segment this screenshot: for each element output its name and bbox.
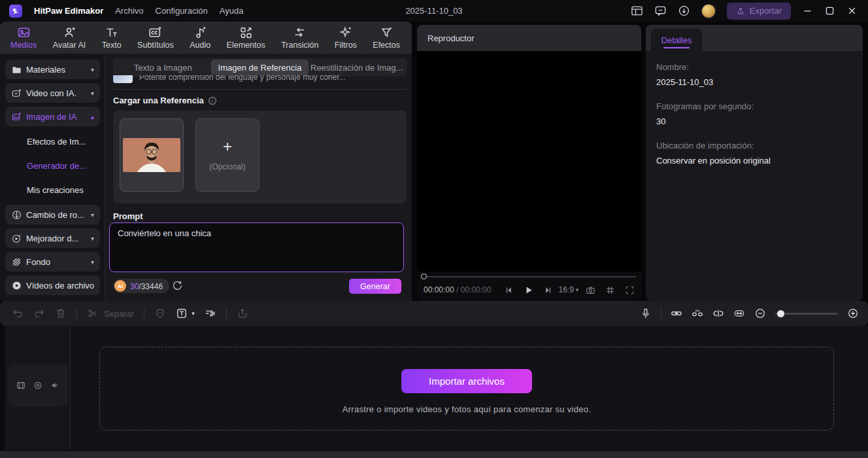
ribbon-tab-filtros[interactable]: Filtros bbox=[335, 26, 357, 50]
reference-section-label: Cargar una Referencia bbox=[113, 96, 217, 105]
layout-panels-icon[interactable] bbox=[631, 5, 643, 17]
char-count: 30 bbox=[130, 282, 139, 291]
track-audio-icon[interactable] bbox=[50, 381, 59, 390]
export-clip-icon[interactable] bbox=[237, 308, 248, 319]
close-button[interactable] bbox=[846, 5, 858, 16]
prompt-input[interactable]: Conviértelo en una chica bbox=[110, 223, 403, 272]
seek-handle[interactable] bbox=[421, 273, 427, 279]
sidebar-item-videos-de-archivo[interactable]: Vídeos de archivo bbox=[5, 275, 100, 295]
video-viewport[interactable] bbox=[417, 51, 641, 272]
shield-marker-icon[interactable] bbox=[154, 308, 166, 319]
tab-label: Reestilización de Imag... bbox=[310, 63, 403, 73]
media-panel: Materiales ▾ Video con IA. ▾ Imagen de I… bbox=[0, 54, 412, 301]
sidebar-subitem-mis-creaciones[interactable]: Mis creaciones bbox=[5, 181, 99, 199]
player-controls: 00:00:00 / 00:00:00 16:9 ▾ bbox=[417, 272, 641, 301]
filmstrip-icon[interactable] bbox=[16, 381, 25, 390]
ribbon-tab-label: Medios bbox=[10, 41, 37, 50]
auto-cut-icon[interactable] bbox=[205, 308, 216, 319]
model-row[interactable]: Potente comprensión del lenguaje y perso… bbox=[113, 75, 407, 90]
reference-image-card[interactable] bbox=[120, 118, 184, 192]
current-time: 00:00:00 bbox=[424, 285, 454, 294]
minimize-button[interactable] bbox=[802, 5, 813, 16]
user-avatar[interactable] bbox=[701, 4, 716, 18]
info-icon[interactable] bbox=[208, 96, 217, 105]
zoom-in-icon[interactable] bbox=[847, 308, 859, 319]
play-icon[interactable] bbox=[523, 285, 534, 296]
sidebar-item-imagen-de-ia[interactable]: Imagen de IA ▴ bbox=[5, 107, 100, 126]
ribbon-tab-medios[interactable]: Medios bbox=[10, 26, 37, 50]
sidebar-subitem-generador-de-imagen[interactable]: Generador de... bbox=[5, 156, 99, 175]
maximize-button[interactable] bbox=[824, 5, 835, 16]
text-tool-icon[interactable] bbox=[176, 308, 188, 319]
snapshot-icon[interactable] bbox=[586, 285, 595, 295]
detail-label: Fotogramas por segundo: bbox=[656, 101, 852, 111]
menu-configuracion[interactable]: Configuración bbox=[156, 6, 208, 16]
record-voice-icon[interactable] bbox=[640, 308, 652, 319]
download-icon[interactable] bbox=[678, 5, 690, 17]
ribbon-tab-label: Transición bbox=[281, 41, 318, 50]
horizontal-scrollbar[interactable] bbox=[0, 451, 868, 458]
seek-bar[interactable] bbox=[424, 276, 636, 277]
ribbon-tab-subtitulos[interactable]: Subtítulos bbox=[137, 26, 174, 50]
split-scissors-icon[interactable] bbox=[87, 308, 99, 319]
prompt-box: Conviértelo en una chica bbox=[109, 222, 404, 272]
undo-icon[interactable] bbox=[12, 308, 24, 319]
fit-timeline-icon[interactable] bbox=[733, 308, 745, 319]
ribbon-tab-texto[interactable]: Texto bbox=[102, 26, 122, 50]
delete-icon[interactable] bbox=[55, 308, 67, 319]
generate-button[interactable]: Generar bbox=[349, 279, 401, 294]
tab-reestilizacion-de-imagen[interactable]: Reestilización de Imag... bbox=[309, 60, 405, 75]
aspect-ratio-selector[interactable]: 16:9 ▾ bbox=[558, 285, 578, 294]
sidebar-subitem-efectos-de-imagen[interactable]: Efectos de Im... bbox=[5, 132, 99, 150]
sidebar-item-cambio-de-rostro[interactable]: Cambio de ro... ▾ bbox=[5, 205, 100, 224]
sidebar-item-label: Materiales bbox=[26, 65, 65, 75]
menu-archivo[interactable]: Archivo bbox=[115, 6, 143, 16]
tab-detalles[interactable]: Detalles bbox=[651, 29, 702, 51]
avatar-ai-icon bbox=[63, 26, 76, 39]
break-link-icon[interactable] bbox=[692, 308, 703, 319]
timeline: Importar archivos Arrastre o importe vid… bbox=[0, 326, 868, 451]
ribbon-tab-avatar-ai[interactable]: Avatar AI bbox=[53, 26, 86, 50]
sidebar-item-fondo[interactable]: Fondo ▾ bbox=[5, 252, 100, 272]
detail-label: Nombre: bbox=[656, 62, 852, 72]
feedback-icon[interactable] bbox=[654, 5, 667, 17]
sidebar-item-label: Vídeos de archivo bbox=[26, 281, 94, 291]
grid-icon[interactable] bbox=[605, 285, 615, 295]
track-visibility-icon[interactable] bbox=[33, 381, 42, 390]
ribbon-tab-elementos[interactable]: Elementos bbox=[227, 26, 265, 50]
unlink-icon[interactable] bbox=[712, 308, 724, 319]
zoom-slider-handle[interactable] bbox=[777, 310, 784, 317]
import-files-button[interactable]: Importar archivos bbox=[401, 369, 532, 393]
face-swap-icon bbox=[12, 210, 22, 220]
previous-frame-icon[interactable] bbox=[504, 285, 514, 295]
next-frame-icon[interactable] bbox=[543, 285, 553, 295]
player-header: Reproductor bbox=[417, 25, 641, 51]
audio-icon bbox=[193, 26, 207, 39]
ribbon-tab-transicion[interactable]: Transición bbox=[281, 26, 318, 50]
model-description: Potente comprensión del lenguaje y perso… bbox=[139, 75, 346, 82]
transition-icon bbox=[293, 26, 307, 39]
reference-photo bbox=[123, 138, 180, 172]
fullscreen-icon[interactable] bbox=[625, 285, 635, 295]
player-panel: Reproductor 00:00:00 / 00:00:00 16:9 ▾ bbox=[417, 25, 641, 301]
ribbon-tab-efectos[interactable]: Efectos bbox=[373, 26, 400, 50]
char-max: /33446 bbox=[139, 282, 163, 291]
effects-icon bbox=[380, 26, 393, 39]
optional-upload-card[interactable]: + (Opcional) bbox=[195, 118, 259, 192]
sidebar-item-materiales[interactable]: Materiales ▾ bbox=[5, 60, 100, 79]
ribbon-tab-audio[interactable]: Audio bbox=[190, 26, 210, 50]
tab-texto-a-imagen[interactable]: Texto a Imagen bbox=[114, 60, 211, 75]
redo-icon[interactable] bbox=[33, 308, 45, 319]
sidebar-item-video-con-ia[interactable]: Video con IA. ▾ bbox=[5, 83, 100, 103]
import-dropzone[interactable]: Importar archivos Arrastre o importe vid… bbox=[99, 347, 834, 431]
tab-imagen-de-referencia[interactable]: Imagen de Referencia bbox=[211, 60, 308, 75]
zoom-out-icon[interactable] bbox=[754, 308, 766, 319]
chevron-down-icon[interactable]: ▾ bbox=[192, 310, 195, 317]
link-icon[interactable] bbox=[671, 308, 682, 319]
sidebar-item-mejorador-de-video[interactable]: Mejorador d... ▾ bbox=[5, 228, 100, 248]
menu-ayuda[interactable]: Ayuda bbox=[220, 6, 244, 16]
split-label[interactable]: Separar bbox=[104, 309, 134, 319]
export-button[interactable]: Exportar bbox=[727, 3, 791, 20]
timeline-zoom-slider[interactable] bbox=[775, 313, 838, 315]
refresh-icon[interactable] bbox=[172, 280, 183, 291]
